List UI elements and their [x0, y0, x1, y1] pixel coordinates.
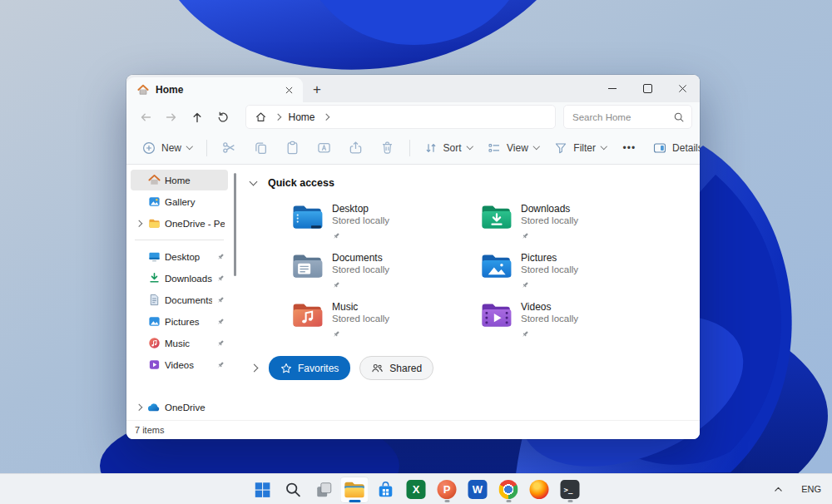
sort-label: Sort [443, 142, 462, 154]
sidebar-item-pictures[interactable]: Pictures [131, 311, 228, 332]
tile-name: Pictures [521, 252, 578, 264]
pin-icon [521, 327, 578, 342]
sidebar-item-onedrive[interactable]: OneDrive [131, 397, 228, 418]
task-view-icon [314, 481, 333, 499]
start-button[interactable] [248, 477, 277, 503]
taskbar-microsoft-store-button[interactable] [371, 477, 400, 503]
close-window-button[interactable] [665, 75, 700, 102]
sort-button[interactable]: Sort [417, 136, 480, 161]
taskbar-file-explorer-button[interactable] [340, 477, 369, 503]
arrow-right-icon [165, 111, 178, 124]
sidebar-item-desktop[interactable]: Desktop [131, 246, 228, 267]
filter-label: Filter [573, 142, 596, 154]
tile-desktop[interactable]: Desktop Stored locally [292, 203, 463, 244]
file-explorer-icon [344, 481, 365, 499]
sidebar-item-gallery[interactable]: Gallery [131, 191, 228, 212]
tile-downloads[interactable]: Downloads Stored locally [481, 203, 651, 244]
up-button[interactable] [184, 106, 210, 129]
taskbar-firefox-button[interactable] [525, 477, 554, 503]
tab-close-button[interactable] [280, 82, 298, 99]
favorites-pill[interactable]: Favorites [269, 356, 350, 380]
chevron-down-icon [601, 143, 607, 150]
sidebar-divider [135, 240, 224, 240]
breadcrumb-home[interactable]: Home [289, 111, 315, 123]
items-count: 7 items [135, 425, 164, 435]
see-more-button[interactable]: ••• [615, 136, 645, 161]
scrollbar-thumb[interactable] [234, 173, 236, 276]
address-bar[interactable]: Home [245, 105, 556, 129]
taskbar-powerpoint-button[interactable]: P [433, 477, 462, 503]
rename-button[interactable] [309, 136, 339, 161]
shared-label: Shared [389, 363, 422, 374]
home-icon [137, 84, 149, 96]
breadcrumb-separator-icon[interactable] [322, 114, 329, 121]
new-label: New [161, 142, 181, 154]
cut-button[interactable] [214, 136, 245, 161]
taskbar-search-button[interactable] [279, 477, 308, 503]
refresh-button[interactable] [210, 106, 235, 129]
delete-button[interactable] [372, 136, 403, 161]
taskbar-word-button[interactable]: W [463, 477, 493, 503]
shared-pill[interactable]: Shared [359, 356, 433, 380]
chevron-up-icon[interactable] [773, 484, 784, 495]
file-explorer-window: Home + [126, 75, 700, 439]
minimize-button[interactable] [595, 75, 630, 102]
details-button[interactable]: Details [646, 136, 700, 161]
taskbar-chrome-button[interactable] [494, 477, 523, 503]
search-box[interactable] [563, 105, 692, 129]
maximize-button[interactable] [630, 75, 665, 102]
search-icon [285, 481, 302, 498]
new-tab-button[interactable]: + [303, 77, 331, 102]
expand-chevron-icon[interactable] [136, 220, 142, 227]
language-indicator[interactable]: ENG [801, 484, 821, 494]
filter-button[interactable]: Filter [547, 136, 613, 161]
forward-button[interactable] [158, 106, 184, 129]
sidebar-item-music[interactable]: Music [131, 333, 228, 353]
share-button[interactable] [340, 136, 371, 161]
sidebar-item-documents[interactable]: Documents [131, 289, 228, 310]
collapse-chevron-icon[interactable] [250, 178, 258, 186]
expand-chevron-icon[interactable] [136, 404, 142, 411]
excel-icon: X [407, 480, 426, 499]
task-view-button[interactable] [310, 477, 339, 503]
tile-documents[interactable]: Documents Stored locally [292, 252, 463, 293]
plus-icon: + [313, 82, 321, 98]
tab-home[interactable]: Home [126, 77, 303, 102]
people-icon [371, 362, 384, 374]
sidebar-item-downloads[interactable]: Downloads [131, 268, 228, 289]
tile-videos[interactable]: Videos Stored locally [481, 301, 651, 342]
taskbar-excel-button[interactable]: X [402, 477, 431, 503]
plus-circle-icon [142, 141, 156, 155]
new-button[interactable]: New [135, 136, 200, 161]
tile-name: Desktop [332, 203, 389, 215]
sidebar-item-home[interactable]: Home [131, 170, 228, 190]
maximize-icon [643, 84, 652, 93]
minimize-icon [608, 88, 617, 89]
quick-access-header[interactable]: Quick access [250, 175, 693, 190]
view-button[interactable]: View [480, 136, 546, 161]
expand-chevron-icon[interactable] [250, 364, 259, 373]
view-icon [488, 141, 501, 155]
sidebar-item-videos[interactable]: Videos [131, 354, 228, 375]
filter-icon [554, 141, 567, 155]
back-button[interactable] [132, 106, 158, 129]
tile-name: Music [332, 301, 389, 313]
taskbar-terminal-button[interactable]: >_ [556, 477, 585, 503]
pin-icon [216, 274, 225, 283]
favorites-label: Favorites [298, 363, 339, 374]
desktop-icon [147, 250, 161, 264]
trash-icon [380, 141, 394, 155]
paste-button[interactable] [277, 136, 308, 161]
details-pane-icon [653, 141, 666, 155]
tile-pictures[interactable]: Pictures Stored locally [481, 252, 651, 293]
tile-music[interactable]: Music Stored locally [292, 301, 463, 342]
music-icon [147, 337, 161, 350]
sidebar-item-onedrive-personal[interactable]: OneDrive - Perso [131, 213, 228, 234]
copy-button[interactable] [245, 136, 276, 161]
navigation-bar: Home [126, 102, 700, 131]
chevron-down-icon [466, 143, 473, 150]
sidebar-scrollbar[interactable] [230, 165, 240, 420]
chevron-down-icon [186, 143, 193, 150]
search-input[interactable] [571, 111, 668, 123]
sort-icon [424, 141, 438, 155]
